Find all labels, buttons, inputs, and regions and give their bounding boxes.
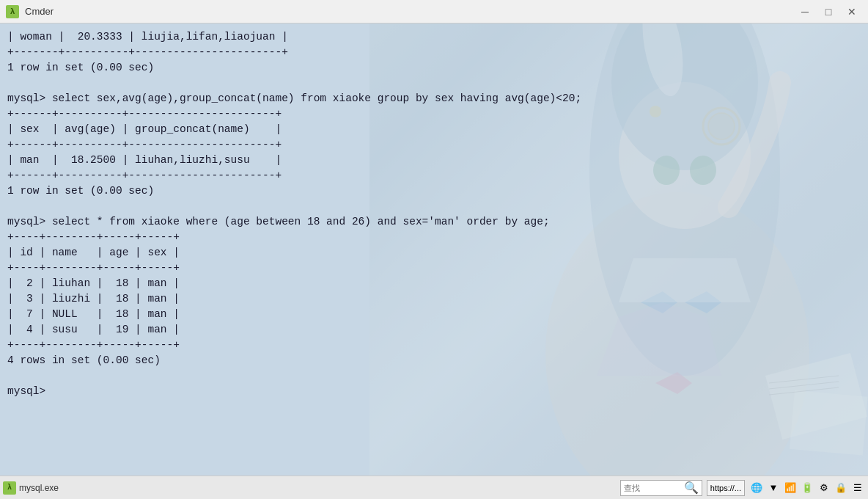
tray-icon-7: ☰ (850, 481, 865, 495)
terminal-line-22: 4 rows in set (0.00 sec) (7, 353, 861, 368)
main-area: | woman | 20.3333 | liujia,lifan,liaojua… (0, 23, 868, 476)
terminal-prompt: mysql> (7, 384, 861, 399)
terminal-line-18: | 3 | liuzhi | 18 | man | (7, 291, 861, 307)
tray-icon-5: ⚙ (817, 481, 831, 495)
tray-icon-6: 🔒 (834, 481, 848, 495)
taskbar: λ mysql.exe 🔍 https://... 🌐 ▼ 📶 🔋 ⚙ 🔒 ☰ (0, 476, 868, 499)
tray-icon-3: 📶 (783, 481, 798, 495)
terminal-line-6: +------+----------+---------------------… (7, 106, 861, 122)
terminal-line-21: +----+--------+-----+-----+ (7, 338, 861, 353)
taskbar-app-icon: λ (3, 481, 16, 495)
terminal-line-4 (7, 76, 861, 91)
tray-icon-2: ▼ (766, 481, 781, 495)
terminal-line-11: 1 row in set (0.00 sec) (7, 183, 861, 199)
terminal-line-8: +------+----------+---------------------… (7, 137, 861, 153)
search-url-btn[interactable]: https://... (707, 480, 745, 496)
title-bar: λ Cmder ─ □ ✕ (0, 0, 868, 23)
terminal-line-13: mysql> select * from xiaoke where (age b… (7, 214, 861, 230)
tray-icon-4: 🔋 (800, 481, 814, 495)
search-input[interactable] (624, 484, 683, 492)
terminal-line-2: +-------+----------+--------------------… (7, 45, 861, 60)
search-icon: 🔍 (684, 481, 699, 495)
terminal-line-10: +------+----------+---------------------… (7, 168, 861, 183)
terminal-line-7: | sex | avg(age) | group_concat(name) | (7, 122, 861, 137)
taskbar-app-title: mysql.exe (19, 483, 59, 493)
maximize-button[interactable]: □ (818, 4, 839, 19)
taskbar-right: 🔍 https://... 🌐 ▼ 📶 🔋 ⚙ 🔒 ☰ (620, 480, 865, 496)
window-title: Cmder (25, 6, 54, 17)
minimize-button[interactable]: ─ (795, 4, 815, 19)
search-box[interactable]: 🔍 (620, 480, 702, 496)
terminal-line-17: | 2 | liuhan | 18 | man | (7, 276, 861, 291)
taskbar-left: λ mysql.exe (3, 481, 59, 495)
terminal-line-20: | 4 | susu | 19 | man | (7, 322, 861, 338)
window-controls: ─ □ ✕ (795, 4, 862, 19)
terminal-line-3: 1 row in set (0.00 sec) (7, 60, 861, 76)
terminal-line-23 (7, 368, 861, 384)
title-left: λ Cmder (6, 5, 54, 18)
app-icon: λ (6, 5, 19, 18)
terminal-line-14: +----+--------+-----+-----+ (7, 230, 861, 245)
close-button[interactable]: ✕ (842, 4, 862, 19)
terminal-line-1: | woman | 20.3333 | liujia,lifan,liaojua… (7, 29, 861, 45)
terminal-line-16: +----+--------+-----+-----+ (7, 261, 861, 276)
terminal-line-5: mysql> select sex,avg(age),group_concat(… (7, 91, 861, 106)
terminal-line-19: | 7 | NULL | 18 | man | (7, 307, 861, 322)
terminal-line-9: | man | 18.2500 | liuhan,liuzhi,susu | (7, 153, 861, 168)
system-tray: 🌐 ▼ 📶 🔋 ⚙ 🔒 ☰ (749, 481, 865, 495)
terminal-output[interactable]: | woman | 20.3333 | liujia,lifan,liaojua… (0, 23, 868, 476)
tray-icon-1: 🌐 (749, 481, 764, 495)
terminal-line-12 (7, 199, 861, 214)
terminal-line-15: | id | name | age | sex | (7, 245, 861, 261)
